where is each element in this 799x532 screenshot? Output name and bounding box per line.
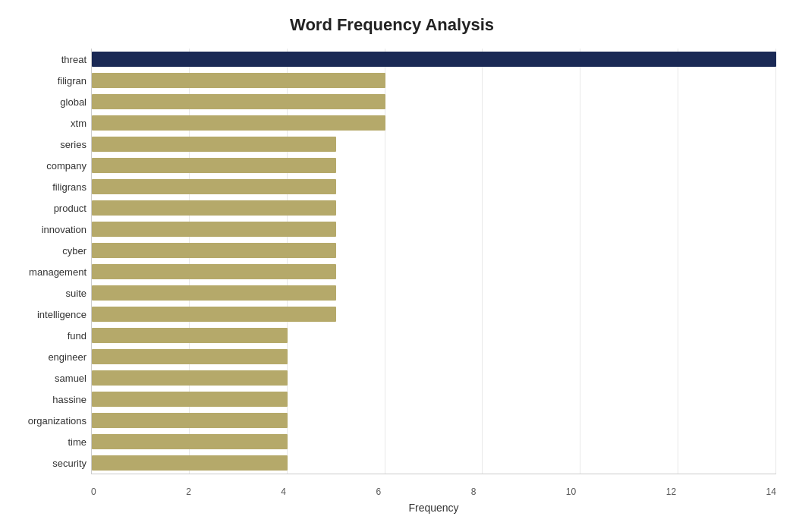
plot-wrapper: 02468101214 Frequency <box>91 49 776 474</box>
bar <box>92 137 336 152</box>
bar-row <box>92 348 776 365</box>
x-tick: 10 <box>566 486 576 497</box>
bar-row <box>92 200 776 216</box>
bar <box>92 285 336 301</box>
chart-container: Word Frequency Analysis threatfiligrangl… <box>0 0 799 532</box>
bar-row <box>92 72 776 89</box>
y-label: cyber <box>62 246 87 256</box>
bar <box>92 307 336 322</box>
chart-area: threatfiligranglobalxtmseriescompanyfili… <box>8 49 776 474</box>
bar-row <box>92 178 776 195</box>
plot-area <box>91 49 776 474</box>
y-label: global <box>60 97 87 107</box>
bar <box>92 73 385 88</box>
x-axis: 02468101214 <box>91 486 776 497</box>
chart-title: Word Frequency Analysis <box>8 15 776 35</box>
bar <box>92 264 336 279</box>
bar-row <box>92 136 776 153</box>
bar <box>92 328 288 343</box>
y-label: time <box>68 437 87 447</box>
x-axis-label: Frequency <box>91 502 776 514</box>
bar-row <box>92 221 776 238</box>
y-label: fund <box>68 331 87 341</box>
bar <box>92 349 288 364</box>
y-label: engineer <box>48 352 87 362</box>
y-label: security <box>52 458 87 468</box>
bar-row <box>92 412 776 429</box>
y-label: organizations <box>28 416 87 426</box>
bar <box>92 455 288 471</box>
y-label: samuel <box>55 373 87 383</box>
x-tick: 6 <box>376 486 382 497</box>
bar-row <box>92 285 776 301</box>
y-label: innovation <box>42 225 87 235</box>
bar-row <box>92 263 776 280</box>
y-label: suite <box>66 288 87 298</box>
bar-row <box>92 370 776 386</box>
bar-row <box>92 157 776 174</box>
y-label: hassine <box>52 395 87 405</box>
bar-row <box>92 242 776 259</box>
x-tick: 0 <box>91 486 96 497</box>
bar <box>92 52 776 67</box>
y-label: filigrans <box>52 182 87 192</box>
x-tick: 4 <box>281 486 286 497</box>
bar-row <box>92 327 776 344</box>
bar-row <box>92 115 776 131</box>
bar-row <box>92 433 776 450</box>
bar-row <box>92 391 776 408</box>
bar <box>92 200 336 216</box>
bar <box>92 413 288 428</box>
y-label: company <box>46 161 87 171</box>
y-label: series <box>60 140 87 150</box>
y-label: xtm <box>71 118 87 128</box>
bar <box>92 370 288 386</box>
bar <box>92 115 385 131</box>
bar <box>92 434 288 449</box>
x-tick: 14 <box>766 486 776 497</box>
y-label: management <box>29 267 87 277</box>
bar <box>92 179 336 194</box>
y-label: product <box>54 203 87 213</box>
y-label: intelligence <box>37 310 87 320</box>
x-tick: 12 <box>666 486 676 497</box>
bar-row <box>92 51 776 68</box>
bar <box>92 222 336 237</box>
bar-row <box>92 93 776 110</box>
bar <box>92 94 385 109</box>
bar <box>92 243 336 258</box>
y-label: threat <box>61 55 87 65</box>
x-tick: 2 <box>186 486 191 497</box>
y-label: filigran <box>58 76 87 86</box>
bar <box>92 158 336 173</box>
y-labels: threatfiligranglobalxtmseriescompanyfili… <box>8 49 91 474</box>
bar <box>92 392 288 407</box>
x-tick: 8 <box>471 486 477 497</box>
bar-row <box>92 306 776 323</box>
bar-row <box>92 455 776 471</box>
